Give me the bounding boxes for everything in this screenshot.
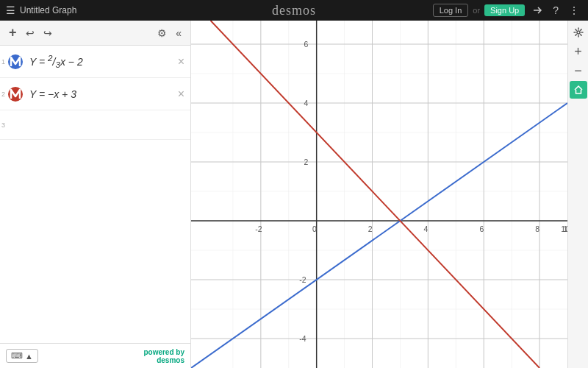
- desmos-logo: desmos: [272, 3, 316, 18]
- graph-canvas[interactable]: -2 0 2 4 6 8 10 6 4 2 -2 -4 12: [191, 21, 588, 368]
- keyboard-button[interactable]: ⌨ ▲: [6, 349, 38, 363]
- graph-svg: -2 0 2 4 6 8 10 6 4 2 -2 -4 12: [191, 21, 567, 368]
- svg-text:2: 2: [304, 158, 308, 166]
- menu-icon: ☰: [6, 4, 15, 16]
- expression-formula: Y = 2/3x − 2: [29, 53, 183, 69]
- remove-expression-button[interactable]: ×: [178, 56, 184, 68]
- zoom-out-button[interactable]: −: [570, 62, 587, 79]
- redo-button[interactable]: ↪: [40, 26, 55, 40]
- expression-color-icon: [7, 86, 24, 102]
- or-separator: or: [473, 6, 480, 15]
- graph-settings-button[interactable]: [570, 24, 587, 41]
- expression-color-icon: [7, 54, 24, 70]
- header-left: ☰ Untitled Graph: [6, 4, 76, 16]
- svg-point-52: [577, 31, 580, 34]
- expression-list: 1 Y = 2/3x − 2 × 2: [0, 46, 190, 343]
- more-icon[interactable]: ⋮: [566, 3, 582, 18]
- header: ☰ Untitled Graph desmos Log In or Sign U…: [0, 0, 588, 21]
- expression-toolbar: + ↩ ↪ ⚙ «: [0, 21, 190, 46]
- collapse-panel-button[interactable]: «: [173, 26, 184, 40]
- expression-number: 3: [1, 121, 5, 129]
- home-button[interactable]: [570, 81, 587, 99]
- main-layout: + ↩ ↪ ⚙ « 1 Y = 2/3x − 2: [0, 21, 588, 368]
- keyboard-icon: ⌨: [11, 351, 23, 361]
- share-icon[interactable]: [529, 4, 545, 17]
- expression-formula: Y = −x + 3: [29, 88, 183, 100]
- header-brand: desmos: [272, 3, 316, 18]
- toolbar-left: + ↩ ↪: [6, 24, 55, 42]
- svg-text:-2: -2: [255, 224, 262, 233]
- left-panel: + ↩ ↪ ⚙ « 1 Y = 2/3x − 2: [0, 21, 191, 368]
- powered-by-brand: desmos: [143, 356, 184, 364]
- undo-button[interactable]: ↩: [23, 26, 37, 40]
- svg-text:4: 4: [424, 224, 429, 233]
- help-icon[interactable]: ?: [550, 3, 562, 18]
- toolbar-right: ⚙ «: [154, 26, 184, 40]
- settings-button[interactable]: ⚙: [154, 26, 170, 40]
- remove-expression-button[interactable]: ×: [178, 88, 184, 100]
- powered-by-label: powered by desmos: [143, 348, 184, 364]
- svg-text:6: 6: [304, 40, 308, 49]
- header-right: Log In or Sign Up ? ⋮: [433, 3, 582, 18]
- svg-text:4: 4: [304, 99, 308, 107]
- expression-item[interactable]: 2 Y = −x + 3 ×: [0, 78, 190, 110]
- svg-text:6: 6: [479, 224, 484, 233]
- left-panel-bottom: ⌨ ▲ powered by desmos: [0, 343, 190, 368]
- zoom-in-button[interactable]: +: [570, 43, 587, 60]
- expression-item[interactable]: 1 Y = 2/3x − 2 ×: [0, 46, 190, 78]
- powered-by-text: powered by: [143, 348, 184, 356]
- svg-text:0: 0: [312, 224, 317, 233]
- add-expression-button[interactable]: +: [6, 24, 20, 42]
- expression-number: 2: [1, 91, 5, 98]
- graph-panel: -2 0 2 4 6 8 10 6 4 2 -2 -4 12: [191, 21, 588, 368]
- expression-number: 1: [1, 58, 5, 66]
- login-button[interactable]: Log In: [433, 4, 469, 17]
- graph-toolbar: + −: [567, 21, 588, 368]
- graph-title: Untitled Graph: [20, 5, 76, 15]
- svg-rect-2: [191, 21, 567, 368]
- empty-expression-slot[interactable]: 3: [0, 110, 190, 140]
- signup-button[interactable]: Sign Up: [484, 4, 525, 16]
- svg-text:2: 2: [368, 224, 373, 233]
- svg-text:8: 8: [535, 224, 539, 233]
- keyboard-expand-icon: ▲: [25, 352, 33, 361]
- svg-text:-4: -4: [299, 334, 306, 343]
- svg-text:-2: -2: [299, 275, 306, 284]
